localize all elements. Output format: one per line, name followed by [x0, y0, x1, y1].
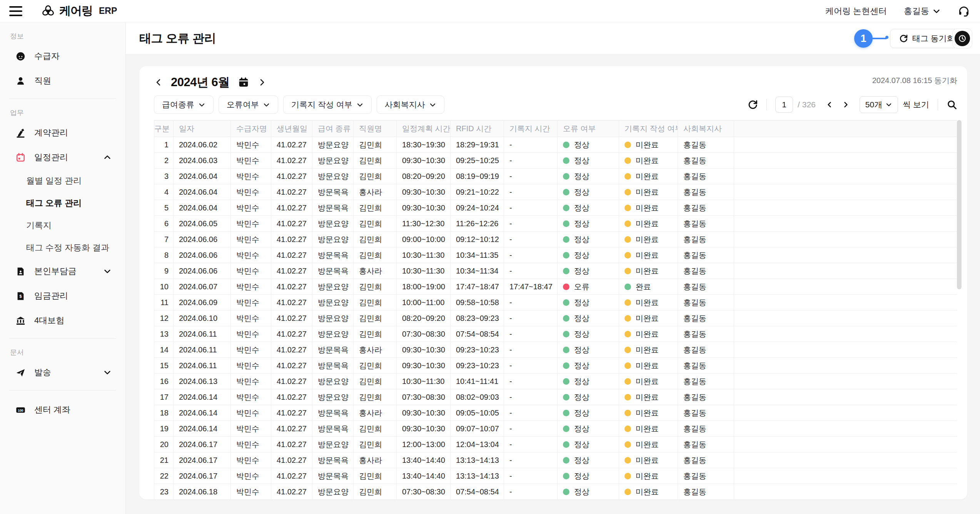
cell: 2024.06.05	[174, 216, 231, 232]
cell: -	[504, 200, 558, 216]
table-row[interactable]: 192024.06.14박민수41.02.27방문목욕김민희09:30~10:3…	[154, 421, 957, 437]
chevron-down-icon	[263, 101, 270, 108]
cell: 07:30~08:30	[397, 326, 451, 342]
cell: 41.02.27	[271, 295, 312, 310]
table-row[interactable]: 232024.06.18박민수41.02.27방문요양김민희07:30~08:3…	[154, 484, 957, 500]
cell: 09:00~10:00	[397, 232, 451, 247]
cell: 41.02.27	[271, 137, 312, 153]
table-row[interactable]: 202024.06.17박민수41.02.27방문요양김민희12:00~13:0…	[154, 437, 957, 452]
calendar-picker-icon[interactable]	[237, 76, 250, 88]
record-status-cell: 미완료	[619, 452, 678, 468]
cell: 23	[154, 484, 174, 500]
cell: 방문요양	[312, 295, 354, 310]
table-row[interactable]: 112024.06.09박민수41.02.27방문요양김민희10:00~11:0…	[154, 295, 957, 310]
empty-cell	[734, 200, 957, 216]
cell: 09:30~10:30	[397, 405, 451, 421]
cell: -	[504, 247, 558, 263]
calendar-icon	[15, 152, 26, 163]
filter-오류여부[interactable]: 오류여부	[219, 95, 278, 114]
record-status-cell: 미완료	[619, 484, 678, 500]
sidebar-item-임금관리[interactable]: $임금관리	[0, 284, 125, 308]
prev-page-icon[interactable]	[826, 101, 833, 108]
chevron-down-icon	[885, 101, 892, 108]
sidebar-subitem-월별 일정 관리[interactable]: 월별 일정 관리	[0, 170, 125, 192]
empty-cell	[734, 137, 957, 153]
sidebar-item-수급자[interactable]: 수급자	[0, 44, 125, 68]
table-row[interactable]: 102024.06.07박민수41.02.27방문요양김민희18:00~19:0…	[154, 279, 957, 295]
sidebar-item-센터 계좌[interactable]: 100센터 계좌	[0, 397, 125, 422]
table-row[interactable]: 12024.06.02박민수41.02.27방문요양김민희18:30~19:30…	[154, 137, 957, 153]
cell: 김민희	[354, 468, 397, 484]
sidebar-subitem-기록지[interactable]: 기록지	[0, 214, 125, 237]
table-row[interactable]: 122024.06.10박민수41.02.27방문요양김민희08:20~09:2…	[154, 310, 957, 326]
table-row[interactable]: 62024.06.05박민수41.02.27방문요양김민희11:30~12:30…	[154, 216, 957, 232]
cell: 박민수	[231, 247, 271, 263]
record-status-cell: 미완료	[619, 437, 678, 452]
center-name[interactable]: 케어링 논현센터	[825, 5, 887, 17]
table-row[interactable]: 162024.06.13박민수41.02.27방문요양김민희10:30~11:3…	[154, 374, 957, 389]
table-row[interactable]: 172024.06.14박민수41.02.27방문요양김민희07:30~08:3…	[154, 389, 957, 405]
status-dot-yellow	[624, 457, 631, 464]
table-row[interactable]: 182024.06.14박민수41.02.27방문목욕홍사라09:30~10:3…	[154, 405, 957, 421]
table-row[interactable]: 222024.06.17박민수41.02.27방문목욕김민희13:40~14:4…	[154, 468, 957, 484]
next-page-icon[interactable]	[842, 101, 850, 108]
next-month-icon[interactable]	[257, 78, 267, 87]
reload-icon[interactable]	[747, 99, 758, 110]
table-row[interactable]: 22024.06.03박민수41.02.27방문요양김민희09:30~10:30…	[154, 153, 957, 169]
table-row[interactable]: 212024.06.17박민수41.02.27방문목욕홍사라13:40~14:4…	[154, 452, 957, 468]
empty-cell	[734, 153, 957, 169]
cell: 41.02.27	[271, 169, 312, 184]
sidebar-item-직원[interactable]: 직원	[0, 68, 125, 93]
cell: 41.02.27	[271, 421, 312, 437]
table-row[interactable]: 82024.06.06박민수41.02.27방문목욕김민희10:30~11:30…	[154, 247, 957, 263]
cell: 김민희	[354, 200, 397, 216]
filter-급여종류[interactable]: 급여종류	[154, 95, 214, 114]
status-label: 미완료	[636, 345, 659, 355]
cell: 2024.06.18	[174, 484, 231, 500]
sidebar-item-일정관리[interactable]: 일정관리	[0, 145, 125, 170]
page-total: / 326	[798, 100, 816, 109]
status-dot-yellow	[624, 378, 631, 385]
cell: 18:29~19:31	[451, 137, 504, 153]
table-row[interactable]: 32024.06.04박민수41.02.27방문요양김민희08:20~09:20…	[154, 169, 957, 184]
cell: 2	[154, 153, 174, 169]
status-dot-green	[563, 142, 569, 148]
sidebar-item-계약관리[interactable]: 계약관리	[0, 120, 125, 145]
user-menu[interactable]: 홍길동	[904, 5, 941, 17]
page-input[interactable]	[775, 97, 793, 113]
table-row[interactable]: 142024.06.11박민수41.02.27방문목욕홍사라09:30~10:3…	[154, 342, 957, 358]
status-dot-green	[563, 378, 569, 385]
status-label: 미완료	[636, 266, 659, 276]
filter-사회복지사[interactable]: 사회복지사	[377, 95, 444, 114]
page-size-select[interactable]: 50개	[860, 96, 898, 113]
headset-icon[interactable]	[958, 5, 970, 17]
sidebar-item-발송[interactable]: 발송	[0, 360, 125, 385]
table-row[interactable]: 42024.06.04박민수41.02.27방문목욕홍사라09:30~10:30…	[154, 184, 957, 200]
filter-기록지 작성 여부[interactable]: 기록지 작성 여부	[283, 95, 372, 114]
table-scrollbar[interactable]	[957, 120, 962, 289]
table-row[interactable]: 52024.06.04박민수41.02.27방문목욕김민희09:30~10:30…	[154, 200, 957, 216]
search-icon[interactable]	[947, 99, 957, 110]
history-clock-button[interactable]	[952, 28, 972, 48]
sidebar-item-4대보험[interactable]: 4대보험	[0, 308, 125, 333]
status-dot-green	[563, 410, 569, 416]
sidebar-subitem-태그 수정 자동화 결과[interactable]: 태그 수정 자동화 결과	[0, 237, 125, 259]
table-row[interactable]: 72024.06.06박민수41.02.27방문요양김민희09:00~10:00…	[154, 232, 957, 247]
error-status-cell: 정상	[558, 153, 619, 169]
cell: -	[504, 342, 558, 358]
sidebar-subitem-태그 오류 관리[interactable]: 태그 오류 관리	[0, 192, 125, 214]
table-row[interactable]: 92024.06.06박민수41.02.27방문목욕홍사라10:30~11:30…	[154, 263, 957, 279]
menu-icon[interactable]	[9, 6, 22, 16]
sidebar-item-본인부담금[interactable]: 본인부담금	[0, 259, 125, 284]
cell: 김민희	[354, 358, 397, 374]
record-status-cell: 미완료	[619, 232, 678, 247]
table-row[interactable]: 152024.06.11박민수41.02.27방문목욕김민희09:30~10:3…	[154, 358, 957, 374]
cell: 박민수	[231, 137, 271, 153]
table-row[interactable]: 132024.06.11박민수41.02.27방문요양김민희07:30~08:3…	[154, 326, 957, 342]
record-status-cell: 미완료	[619, 263, 678, 279]
prev-month-icon[interactable]	[154, 78, 163, 87]
cell: 13:13~14:13	[451, 452, 504, 468]
status-label: 정상	[574, 203, 589, 213]
cell: 2024.06.06	[174, 247, 231, 263]
status-label: 미완료	[636, 187, 659, 197]
